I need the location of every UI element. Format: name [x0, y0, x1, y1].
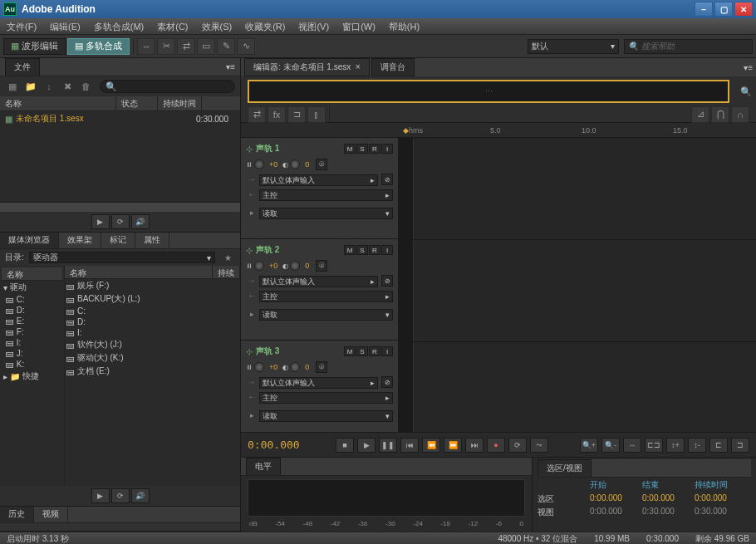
drive-item[interactable]: 🖴 I: — [2, 337, 62, 348]
zoom-r-icon[interactable]: ⊐ — [731, 438, 749, 453]
history-tab[interactable]: 历史 — [0, 507, 34, 522]
slip-tool-icon[interactable]: ⇄ — [177, 38, 195, 55]
gain-knob[interactable] — [254, 159, 264, 169]
import-icon[interactable]: ↓ — [42, 79, 56, 94]
brush-tool-icon[interactable]: ✎ — [217, 38, 235, 55]
stop-button[interactable]: ■ — [336, 438, 354, 453]
track-output-selector[interactable]: 主控▸ — [259, 189, 393, 201]
media-browser-tab[interactable]: 媒体浏览器 — [0, 233, 59, 248]
input-power-icon[interactable]: ⊘ — [381, 275, 393, 287]
drive-item[interactable]: 🖴 娱乐 (F:) — [65, 279, 240, 292]
record-arm-button[interactable]: R — [369, 346, 380, 356]
pause-button[interactable]: ❚❚ — [379, 438, 397, 453]
loop-button[interactable]: ⟳ — [508, 438, 527, 453]
track-automation-selector[interactable]: 读取▾ — [259, 309, 393, 321]
zoom-l-icon[interactable]: ⊏ — [709, 438, 728, 453]
mute-button[interactable]: M — [344, 245, 356, 255]
record-button[interactable]: ● — [487, 438, 505, 453]
preview-loop-button[interactable]: ⟳ — [111, 214, 130, 229]
snap-icon[interactable]: ⊿ — [691, 106, 709, 123]
properties-tab[interactable]: 属性 — [135, 233, 169, 248]
timeline-ruler[interactable]: ◆ hms 5.0 10.0 15.0 20.0 25.0 30 — [241, 123, 756, 138]
video-tab[interactable]: 视频 — [34, 507, 68, 522]
track-name[interactable]: 声轨 2 — [256, 244, 279, 256]
track-output-selector[interactable]: 主控▸ — [259, 291, 393, 302]
mixer-tab[interactable]: 调音台 — [371, 58, 415, 76]
move-tool-icon[interactable]: ↔ — [137, 38, 155, 55]
zoom-out-v-icon[interactable]: ↕- — [688, 438, 706, 453]
hscroll[interactable] — [0, 202, 240, 212]
pan-knob[interactable] — [290, 261, 300, 271]
solo-button[interactable]: S — [356, 245, 368, 255]
pan-knob[interactable] — [290, 159, 300, 169]
drive-item[interactable]: 🖴 文档 (E:) — [65, 365, 240, 378]
snapping-icon[interactable]: ∩ — [731, 106, 749, 123]
track-name[interactable]: 声轨 1 — [256, 143, 279, 154]
fx-icon[interactable]: fx — [268, 106, 286, 123]
preview-play-button[interactable]: ▶ — [91, 488, 110, 503]
solo-button[interactable]: S — [356, 144, 368, 154]
close-file-icon[interactable]: ✖ — [60, 79, 75, 94]
menu-clip[interactable]: 素材(C) — [150, 18, 194, 34]
zoom-sel-icon[interactable]: ⊏⊐ — [645, 438, 663, 453]
gain-knob[interactable] — [254, 261, 264, 271]
input-power-icon[interactable]: ⊘ — [381, 174, 393, 185]
panel-menu-icon[interactable]: ▾≡ — [226, 62, 235, 71]
preview-loop-button[interactable]: ⟳ — [111, 488, 130, 503]
shortcut-icon[interactable]: ★ — [220, 250, 235, 265]
drive-item[interactable]: 🖴 C: — [65, 306, 240, 316]
drive-item[interactable]: 🖴 F: — [2, 326, 62, 337]
panel-menu-icon[interactable]: ▾≡ — [744, 63, 753, 72]
eq-icon[interactable]: ⫿ — [307, 106, 326, 123]
waveform-mode-button[interactable]: ▦ 波形编辑 — [3, 38, 66, 55]
drive-item[interactable]: 🖴 D: — [2, 305, 62, 316]
files-tab[interactable]: 文件 — [5, 58, 40, 76]
solo-button[interactable]: S — [356, 346, 368, 356]
menu-help[interactable]: 帮助(H) — [382, 18, 426, 34]
effects-rack-tab[interactable]: 效果架 — [59, 233, 101, 248]
track-input-selector[interactable]: 默认立体声输入▸ — [259, 377, 378, 389]
new-file-icon[interactable]: ▦ — [5, 79, 20, 94]
drive-item[interactable]: 🖴 D: — [65, 316, 240, 327]
close-button[interactable]: ✕ — [734, 2, 753, 17]
menu-edit[interactable]: 编辑(E) — [43, 18, 87, 34]
zoom-in-v-icon[interactable]: ↕+ — [666, 438, 685, 453]
maximize-button[interactable]: ▢ — [714, 2, 733, 17]
menu-view[interactable]: 视图(V) — [292, 18, 336, 34]
track-name[interactable]: 声轨 3 — [256, 346, 279, 357]
file-list-item[interactable]: ▦ 未命名项目 1.sesx 0:30.000 — [0, 111, 240, 126]
sends-icon[interactable]: ⊐ — [287, 106, 306, 123]
file-search[interactable]: 🔍 — [100, 80, 235, 93]
catalog-selector[interactable]: 驱动器▾ — [29, 252, 215, 263]
preview-play-button[interactable]: ▶ — [91, 214, 110, 229]
toggle-loop-icon[interactable]: ⇄ — [248, 106, 266, 123]
goto-start-button[interactable]: ⏮ — [400, 438, 419, 453]
track-fx-icon[interactable]: ⦾ — [316, 260, 327, 272]
levels-tab[interactable]: 电平 — [246, 458, 281, 475]
drive-item[interactable]: 🖴 BACKUP(大) (L:) — [65, 292, 240, 306]
overview-bar[interactable]: ⋯ — [248, 80, 729, 103]
goto-end-button[interactable]: ⏭ — [465, 438, 484, 453]
delete-icon[interactable]: 🗑 — [78, 79, 93, 94]
selection-tool-icon[interactable]: ▭ — [197, 38, 215, 55]
record-arm-button[interactable]: R — [369, 144, 380, 154]
drive-item[interactable]: 🖴 J: — [2, 348, 62, 359]
drive-item[interactable]: 🖴 软件(大) (J:) — [65, 338, 240, 351]
forward-button[interactable]: ⏩ — [444, 438, 462, 453]
mute-button[interactable]: M — [344, 346, 356, 356]
zoom-out-icon[interactable]: 🔍- — [601, 438, 620, 453]
track-fx-icon[interactable]: ⦾ — [316, 159, 327, 170]
input-power-icon[interactable]: ⊘ — [381, 376, 393, 388]
mute-button[interactable]: M — [344, 144, 356, 154]
drive-item[interactable]: 🖴 K: — [2, 359, 62, 370]
monitor-button[interactable]: I — [381, 144, 393, 154]
menu-file[interactable]: 文件(F) — [0, 18, 43, 34]
multitrack-mode-button[interactable]: ▤ 多轨合成 — [67, 38, 130, 55]
drive-item[interactable]: 🖴 C: — [2, 294, 62, 305]
menu-multitrack[interactable]: 多轨合成(M) — [87, 18, 151, 34]
pan-knob[interactable] — [290, 362, 300, 372]
menu-favorites[interactable]: 收藏夹(R) — [238, 18, 292, 34]
play-button[interactable]: ▶ — [357, 438, 376, 453]
gain-knob[interactable] — [254, 362, 264, 372]
track-automation-selector[interactable]: 读取▾ — [259, 208, 393, 219]
